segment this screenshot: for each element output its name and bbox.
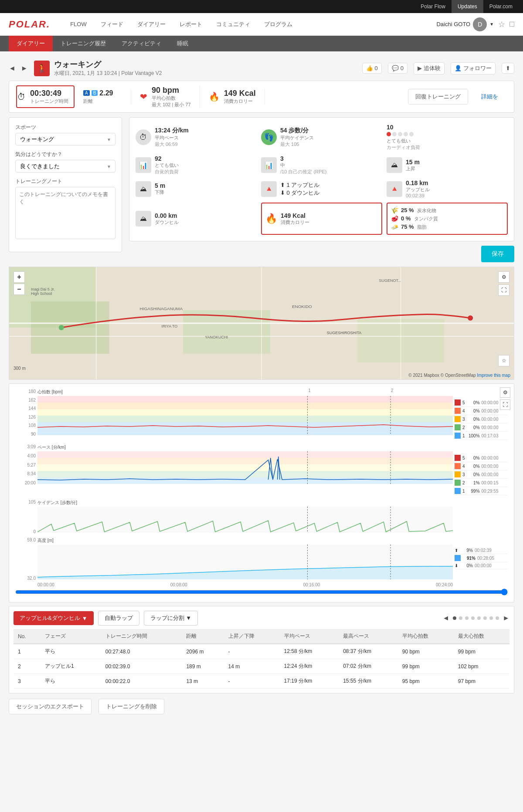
lap-dot-5[interactable]: [477, 616, 481, 620]
lap-dot-2[interactable]: [459, 616, 462, 620]
duration-value: 00:30:49: [30, 89, 68, 98]
top-navigation: Polar Flow Updates Polar.com: [0, 0, 523, 13]
nav-program[interactable]: プログラム: [257, 13, 299, 36]
row3-max-pace: 15:55 分/km: [339, 674, 398, 689]
map-container[interactable]: HIGASHINAGANUMA YANOKUCHI ENOKIDO SUGESH…: [9, 267, 514, 380]
updates-link[interactable]: Updates: [452, 0, 483, 13]
lap-dot-7[interactable]: [489, 616, 493, 620]
export-button[interactable]: セッションのエクスポート: [9, 699, 92, 714]
nav-diary[interactable]: ダイアリー: [130, 13, 173, 36]
message-icon[interactable]: □: [509, 20, 514, 29]
follower-button[interactable]: 👤 フォロワー: [451, 62, 496, 74]
rpe-metric: 📊 3 中 /10 自己の推定 (RPE): [261, 155, 382, 175]
pzone5-pct: 0%: [467, 456, 480, 460]
lap-dot-1[interactable]: [453, 616, 456, 620]
pace-chart-row: 3:09 4:00 5:27 8:34 20:00 ペース [分/km]: [14, 444, 453, 485]
uphill-downhill-button[interactable]: アップヒル&ダウンヒル ▼: [14, 611, 94, 625]
subnav-sleep[interactable]: 睡眠: [169, 36, 196, 51]
subnav-training-history[interactable]: トレーニング履歴: [53, 36, 114, 51]
lap-controls: アップヒル&ダウンヒル ▼ 自動ラップ ラップに分割 ▼ ◄: [14, 611, 509, 626]
save-button[interactable]: 保存: [481, 246, 514, 262]
auto-lap-button[interactable]: 自動ラップ: [98, 611, 139, 626]
sports-label: スポーツ: [15, 124, 115, 131]
lap-dot-3[interactable]: [465, 616, 469, 620]
subnav-activity[interactable]: アクティビティ: [114, 36, 169, 51]
next-activity-button[interactable]: ►: [21, 64, 28, 72]
sub-navigation: ダイアリー トレーニング履歴 アクティビティ 睡眠: [0, 36, 523, 51]
effort-values: 92 とても低い 自覚的負荷: [155, 155, 179, 175]
like-button[interactable]: 👍 0: [362, 63, 382, 74]
zone2-color: [455, 424, 461, 430]
pace-5: 5:27: [14, 463, 36, 467]
mood-select[interactable]: 良くできました: [15, 160, 115, 173]
map-settings-button[interactable]: ⚙: [498, 271, 509, 283]
rpe-value: 3: [280, 155, 326, 162]
nav-feed[interactable]: フィード: [94, 13, 130, 36]
dropdown-icon[interactable]: ▼: [489, 22, 494, 27]
lap-next-button[interactable]: ►: [503, 614, 509, 622]
heartrate-value: 90 bpm: [152, 86, 191, 95]
nav-report[interactable]: レポート: [173, 13, 209, 36]
avatar: D: [473, 17, 487, 31]
uphill-km-sub: 00:02:39: [406, 193, 430, 198]
hills-values: ⬆ 1 アップヒル ⬇ 0 ダウンヒル: [280, 181, 319, 197]
range-slider[interactable]: [14, 589, 509, 595]
split-lap-button[interactable]: ラップに分割 ▼: [144, 611, 198, 626]
row3-time: 00:00:22.0: [101, 674, 182, 689]
distance-label-b: B: [92, 90, 98, 96]
chart-expand-button[interactable]: ⛶: [500, 399, 510, 410]
comment-button[interactable]: 💬 0: [388, 63, 408, 74]
lap-dot-8[interactable]: [496, 616, 499, 620]
svg-text:ENOKIDO: ENOKIDO: [292, 304, 312, 309]
map-star-button[interactable]: ☆: [498, 355, 509, 366]
zoom-out-button[interactable]: −: [14, 284, 25, 295]
follow-experience-button[interactable]: ▶ 追体験: [414, 62, 445, 74]
pace-20: 20:00: [14, 480, 36, 485]
detail-link[interactable]: 詳細を: [481, 93, 498, 101]
row1-avg-hr: 90 bpm: [398, 644, 454, 659]
timeline-slider[interactable]: [15, 590, 508, 594]
lap-dot-6[interactable]: [483, 616, 487, 620]
activity-title: ウォーキング: [54, 59, 162, 70]
save-area: 保存: [129, 241, 514, 262]
table-row: 1 平ら 00:27:48.0 2096 m - 12:58 分/km 08:3…: [14, 644, 509, 659]
pace-chart-area: ペース [分/km]: [37, 444, 453, 485]
hr-chart-main: 180 162 144 126 108 90 心拍数 [bpm]: [14, 389, 453, 441]
uphill-km-metric: 🔺 0.18 km アップヒル 00:02:39: [387, 179, 508, 198]
lap-dot-4[interactable]: [471, 616, 475, 620]
map-svg: HIGASHINAGANUMA YANOKUCHI ENOKIDO SUGESH…: [9, 267, 514, 379]
recovery-button[interactable]: 回復トレーニング: [408, 89, 468, 105]
cadence-values: 54 歩数/分 平均ケイデンス 最大 105: [280, 127, 314, 148]
dot-3: [398, 132, 402, 136]
svg-text:HIGASHINAGANUMA: HIGASHINAGANUMA: [139, 306, 183, 311]
heartrate-sub: 最大 102 | 最小 77: [152, 102, 191, 108]
subnav-diary[interactable]: ダイアリー: [9, 36, 53, 51]
cadence-chart-svg: [37, 507, 453, 533]
alt-zone-legend: ⬆ 9% 00:02:39 91% 00:28:05 ⬇ 0% 00:00:00: [453, 538, 509, 581]
effort-label: とても低い: [155, 162, 179, 169]
map-expand-button[interactable]: ⛶: [498, 284, 509, 296]
delete-button[interactable]: トレーニングを削除: [98, 699, 164, 714]
polar-flow-link[interactable]: Polar Flow: [414, 0, 452, 13]
prev-activity-button[interactable]: ◄: [9, 64, 16, 72]
nav-flow[interactable]: FLOW: [63, 13, 94, 36]
pace-8: 8:34: [14, 471, 36, 476]
sports-select[interactable]: ウォーキング: [15, 133, 115, 145]
mood-label: 気分はどうですか？: [15, 151, 115, 158]
pzone3-pct: 0%: [467, 472, 480, 477]
improve-map-link[interactable]: Improve this map: [477, 373, 510, 378]
lap-prev-button[interactable]: ◄: [442, 614, 449, 622]
lap-header-row: No. フェーズ トレーニング時間 距離 上昇／下降 平均ペース 最高ペース 平…: [14, 629, 509, 644]
share-button[interactable]: ⬆: [502, 63, 514, 74]
carb-values: 25 % 炭水化物: [401, 207, 436, 214]
nav-community[interactable]: コミュニティ: [209, 13, 257, 36]
zone4-num: 4: [462, 409, 465, 413]
zoom-in-button[interactable]: +: [14, 271, 25, 283]
zone1-pct: 100%: [467, 433, 480, 438]
pzone2-color: [455, 480, 461, 486]
polar-com-link[interactable]: Polar.com: [483, 0, 519, 13]
cadence-value: 54 歩数/分: [280, 127, 314, 135]
note-textarea[interactable]: [15, 187, 115, 239]
cardio-values: 10 とても低い カーディオ負荷: [387, 124, 420, 151]
star-icon[interactable]: ☆: [498, 20, 505, 29]
